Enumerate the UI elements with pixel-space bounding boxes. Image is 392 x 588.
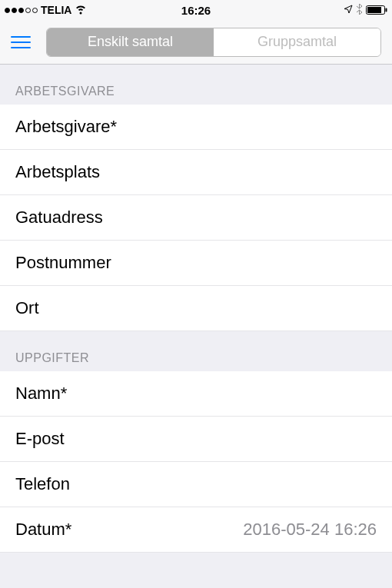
input-arbetsplats[interactable] <box>15 162 377 182</box>
location-icon <box>344 4 353 16</box>
value-datum: 2016-05-24 16:26 <box>243 520 377 540</box>
field-postnummer[interactable] <box>0 241 392 286</box>
nav-bar: Enskilt samtal Gruppsamtal <box>0 20 392 65</box>
input-ort[interactable] <box>15 298 377 318</box>
section-header-uppgifter: UPPGIFTER <box>0 331 392 371</box>
segment-grupp[interactable]: Gruppsamtal <box>214 28 380 56</box>
field-epost[interactable] <box>0 417 392 462</box>
status-right <box>344 4 387 17</box>
field-namn[interactable] <box>0 371 392 417</box>
label-datum: Datum* <box>15 520 71 540</box>
field-arbetsgivare[interactable] <box>0 105 392 150</box>
bluetooth-icon <box>356 4 363 17</box>
carrier-label: TELIA <box>41 4 71 16</box>
segment-enskilt[interactable]: Enskilt samtal <box>47 28 214 56</box>
list-arbetsgivare <box>0 105 392 331</box>
field-arbetsplats[interactable] <box>0 150 392 195</box>
svg-rect-1 <box>367 7 381 13</box>
wifi-icon <box>75 5 87 15</box>
status-time: 16:26 <box>181 4 211 17</box>
signal-dots-icon <box>5 8 38 13</box>
input-gatuadress[interactable] <box>15 208 377 228</box>
input-epost[interactable] <box>15 429 377 449</box>
status-left: TELIA <box>5 4 87 16</box>
battery-icon <box>366 5 387 15</box>
input-arbetsgivare[interactable] <box>15 117 377 137</box>
field-ort[interactable] <box>0 286 392 331</box>
field-datum[interactable]: Datum* 2016-05-24 16:26 <box>0 507 392 553</box>
input-namn[interactable] <box>15 384 377 404</box>
status-bar: TELIA 16:26 <box>0 0 392 20</box>
field-gatuadress[interactable] <box>0 195 392 241</box>
field-telefon[interactable] <box>0 462 392 507</box>
input-postnummer[interactable] <box>15 253 377 273</box>
list-uppgifter: Datum* 2016-05-24 16:26 <box>0 371 392 553</box>
input-telefon[interactable] <box>15 474 377 494</box>
menu-button[interactable] <box>8 30 38 55</box>
segmented-control: Enskilt samtal Gruppsamtal <box>46 28 381 57</box>
section-header-arbetsgivare: ARBETSGIVARE <box>0 65 392 105</box>
svg-rect-2 <box>386 8 387 12</box>
